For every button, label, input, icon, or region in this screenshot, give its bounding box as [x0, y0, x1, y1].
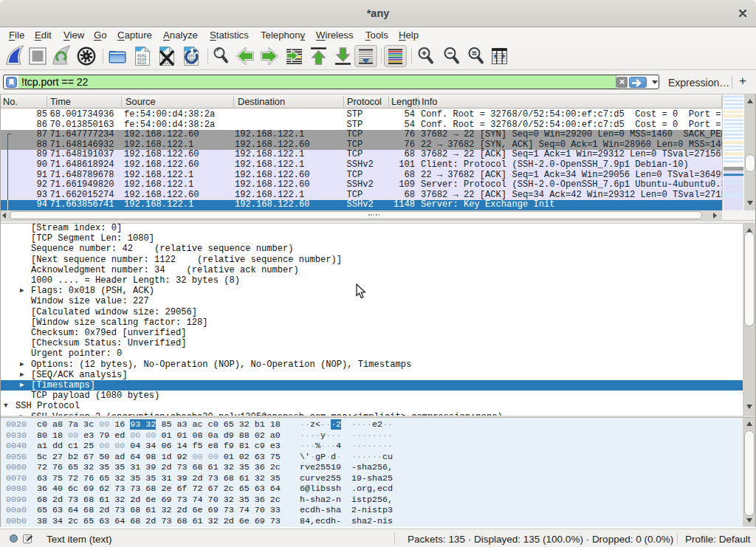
svg-text:0111: 0111 [137, 61, 146, 65]
